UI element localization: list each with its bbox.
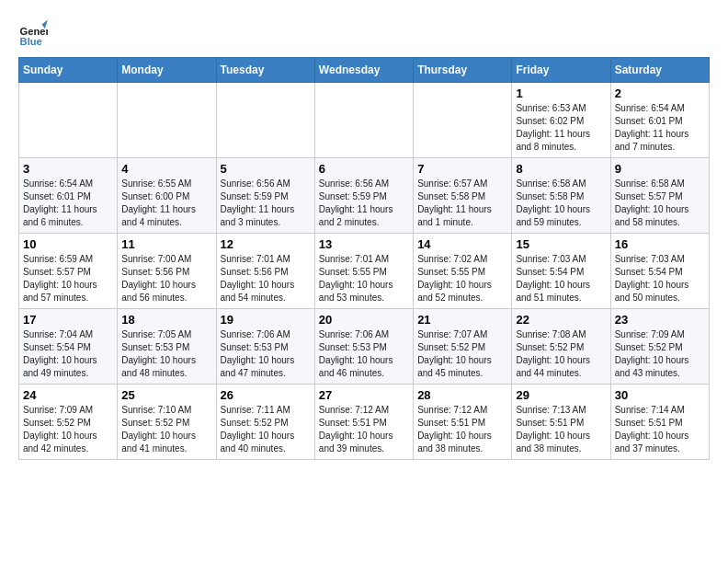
day-number: 2 xyxy=(615,86,705,100)
day-number: 11 xyxy=(121,237,211,251)
day-info: Sunrise: 7:04 AM Sunset: 5:54 PM Dayligh… xyxy=(23,328,113,380)
calendar-day-cell: 5Sunrise: 6:56 AM Sunset: 5:59 PM Daylig… xyxy=(216,158,314,234)
calendar-day-cell xyxy=(216,83,314,158)
weekday-header: Wednesday xyxy=(314,58,413,83)
day-number: 7 xyxy=(417,162,507,176)
logo-icon: General Blue xyxy=(18,18,48,48)
page-header: General Blue xyxy=(18,18,710,48)
calendar-day-cell xyxy=(118,83,216,158)
day-number: 1 xyxy=(516,86,606,100)
calendar-day-cell: 26Sunrise: 7:11 AM Sunset: 5:52 PM Dayli… xyxy=(216,385,314,460)
calendar-week-row: 24Sunrise: 7:09 AM Sunset: 5:52 PM Dayli… xyxy=(19,385,710,460)
calendar-day-cell: 15Sunrise: 7:03 AM Sunset: 5:54 PM Dayli… xyxy=(512,234,610,309)
calendar-day-cell: 27Sunrise: 7:12 AM Sunset: 5:51 PM Dayli… xyxy=(314,385,413,460)
day-number: 4 xyxy=(121,162,211,176)
calendar-day-cell: 29Sunrise: 7:13 AM Sunset: 5:51 PM Dayli… xyxy=(512,385,610,460)
day-info: Sunrise: 7:10 AM Sunset: 5:52 PM Dayligh… xyxy=(121,404,211,455)
weekday-header: Monday xyxy=(118,58,216,83)
svg-text:Blue: Blue xyxy=(20,36,42,47)
day-info: Sunrise: 7:03 AM Sunset: 5:54 PM Dayligh… xyxy=(516,253,606,304)
logo: General Blue xyxy=(18,18,51,48)
day-number: 8 xyxy=(516,162,606,176)
calendar-week-row: 10Sunrise: 6:59 AM Sunset: 5:57 PM Dayli… xyxy=(19,234,710,309)
day-number: 22 xyxy=(516,313,606,327)
day-info: Sunrise: 6:59 AM Sunset: 5:57 PM Dayligh… xyxy=(23,253,113,304)
day-info: Sunrise: 6:54 AM Sunset: 6:01 PM Dayligh… xyxy=(615,102,705,154)
day-info: Sunrise: 7:14 AM Sunset: 5:51 PM Dayligh… xyxy=(615,404,705,455)
day-number: 13 xyxy=(319,237,409,251)
day-number: 6 xyxy=(319,162,409,176)
day-number: 12 xyxy=(221,237,311,251)
calendar-body: 1Sunrise: 6:53 AM Sunset: 6:02 PM Daylig… xyxy=(19,83,710,460)
calendar-day-cell: 18Sunrise: 7:05 AM Sunset: 5:53 PM Dayli… xyxy=(118,309,216,385)
day-info: Sunrise: 7:09 AM Sunset: 5:52 PM Dayligh… xyxy=(23,404,113,455)
calendar-day-cell: 14Sunrise: 7:02 AM Sunset: 5:55 PM Dayli… xyxy=(414,234,512,309)
day-info: Sunrise: 6:55 AM Sunset: 6:00 PM Dayligh… xyxy=(121,178,211,229)
calendar-table: SundayMondayTuesdayWednesdayThursdayFrid… xyxy=(18,57,710,460)
calendar-day-cell: 30Sunrise: 7:14 AM Sunset: 5:51 PM Dayli… xyxy=(610,385,709,460)
weekday-header: Thursday xyxy=(414,58,512,83)
calendar-day-cell: 24Sunrise: 7:09 AM Sunset: 5:52 PM Dayli… xyxy=(19,385,118,460)
day-number: 26 xyxy=(221,388,311,402)
calendar-day-cell xyxy=(414,83,512,158)
calendar-day-cell: 4Sunrise: 6:55 AM Sunset: 6:00 PM Daylig… xyxy=(118,158,216,234)
calendar-day-cell: 3Sunrise: 6:54 AM Sunset: 6:01 PM Daylig… xyxy=(19,158,118,234)
calendar-day-cell: 20Sunrise: 7:06 AM Sunset: 5:53 PM Dayli… xyxy=(314,309,413,385)
calendar-day-cell: 9Sunrise: 6:58 AM Sunset: 5:57 PM Daylig… xyxy=(610,158,709,234)
calendar-day-cell: 28Sunrise: 7:12 AM Sunset: 5:51 PM Dayli… xyxy=(414,385,512,460)
day-number: 5 xyxy=(221,162,311,176)
day-number: 21 xyxy=(417,313,507,327)
day-info: Sunrise: 6:58 AM Sunset: 5:57 PM Dayligh… xyxy=(615,178,705,229)
day-info: Sunrise: 7:01 AM Sunset: 5:55 PM Dayligh… xyxy=(319,253,409,304)
calendar-day-cell: 25Sunrise: 7:10 AM Sunset: 5:52 PM Dayli… xyxy=(118,385,216,460)
calendar-header: SundayMondayTuesdayWednesdayThursdayFrid… xyxy=(19,58,710,83)
day-number: 28 xyxy=(417,388,507,402)
day-info: Sunrise: 7:12 AM Sunset: 5:51 PM Dayligh… xyxy=(319,404,409,455)
day-info: Sunrise: 7:12 AM Sunset: 5:51 PM Dayligh… xyxy=(417,404,507,455)
weekday-header: Tuesday xyxy=(216,58,314,83)
day-number: 23 xyxy=(615,313,705,327)
day-info: Sunrise: 6:56 AM Sunset: 5:59 PM Dayligh… xyxy=(221,178,311,229)
calendar-day-cell: 12Sunrise: 7:01 AM Sunset: 5:56 PM Dayli… xyxy=(216,234,314,309)
calendar-day-cell: 6Sunrise: 6:56 AM Sunset: 5:59 PM Daylig… xyxy=(314,158,413,234)
day-info: Sunrise: 7:11 AM Sunset: 5:52 PM Dayligh… xyxy=(221,404,311,455)
calendar-day-cell: 22Sunrise: 7:08 AM Sunset: 5:52 PM Dayli… xyxy=(512,309,610,385)
calendar-day-cell xyxy=(19,83,118,158)
svg-text:General: General xyxy=(20,26,48,37)
day-info: Sunrise: 7:07 AM Sunset: 5:52 PM Dayligh… xyxy=(417,328,507,380)
weekday-header: Saturday xyxy=(610,58,709,83)
day-info: Sunrise: 7:05 AM Sunset: 5:53 PM Dayligh… xyxy=(121,328,211,380)
calendar-day-cell: 13Sunrise: 7:01 AM Sunset: 5:55 PM Dayli… xyxy=(314,234,413,309)
day-info: Sunrise: 6:53 AM Sunset: 6:02 PM Dayligh… xyxy=(516,102,606,154)
weekday-row: SundayMondayTuesdayWednesdayThursdayFrid… xyxy=(19,58,710,83)
day-info: Sunrise: 7:09 AM Sunset: 5:52 PM Dayligh… xyxy=(615,328,705,380)
day-number: 10 xyxy=(23,237,113,251)
day-number: 19 xyxy=(221,313,311,327)
day-info: Sunrise: 7:00 AM Sunset: 5:56 PM Dayligh… xyxy=(121,253,211,304)
weekday-header: Sunday xyxy=(19,58,118,83)
day-info: Sunrise: 7:02 AM Sunset: 5:55 PM Dayligh… xyxy=(417,253,507,304)
day-info: Sunrise: 7:06 AM Sunset: 5:53 PM Dayligh… xyxy=(221,328,311,380)
calendar-day-cell: 19Sunrise: 7:06 AM Sunset: 5:53 PM Dayli… xyxy=(216,309,314,385)
calendar-day-cell: 8Sunrise: 6:58 AM Sunset: 5:58 PM Daylig… xyxy=(512,158,610,234)
day-number: 14 xyxy=(417,237,507,251)
calendar-day-cell: 23Sunrise: 7:09 AM Sunset: 5:52 PM Dayli… xyxy=(610,309,709,385)
day-number: 30 xyxy=(615,388,705,402)
calendar-day-cell xyxy=(314,83,413,158)
day-number: 27 xyxy=(319,388,409,402)
calendar-day-cell: 10Sunrise: 6:59 AM Sunset: 5:57 PM Dayli… xyxy=(19,234,118,309)
day-number: 29 xyxy=(516,388,606,402)
calendar-week-row: 1Sunrise: 6:53 AM Sunset: 6:02 PM Daylig… xyxy=(19,83,710,158)
day-number: 24 xyxy=(23,388,113,402)
calendar-day-cell: 21Sunrise: 7:07 AM Sunset: 5:52 PM Dayli… xyxy=(414,309,512,385)
weekday-header: Friday xyxy=(512,58,610,83)
day-info: Sunrise: 6:57 AM Sunset: 5:58 PM Dayligh… xyxy=(417,178,507,229)
day-number: 15 xyxy=(516,237,606,251)
calendar-day-cell: 17Sunrise: 7:04 AM Sunset: 5:54 PM Dayli… xyxy=(19,309,118,385)
day-number: 20 xyxy=(319,313,409,327)
day-info: Sunrise: 7:03 AM Sunset: 5:54 PM Dayligh… xyxy=(615,253,705,304)
calendar-week-row: 3Sunrise: 6:54 AM Sunset: 6:01 PM Daylig… xyxy=(19,158,710,234)
day-number: 16 xyxy=(615,237,705,251)
day-info: Sunrise: 6:58 AM Sunset: 5:58 PM Dayligh… xyxy=(516,178,606,229)
day-number: 25 xyxy=(121,388,211,402)
